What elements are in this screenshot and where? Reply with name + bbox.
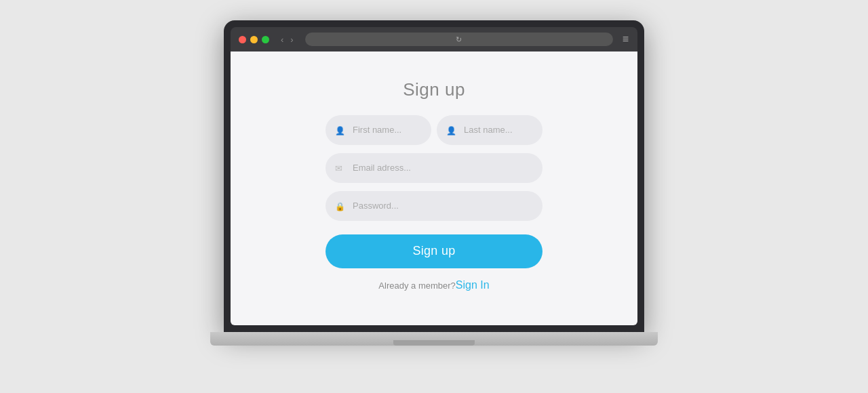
signup-form: Sign up xyxy=(326,66,542,312)
signin-prompt: Already a member?Sign In xyxy=(378,279,489,291)
last-name-input[interactable] xyxy=(437,115,542,145)
already-member-text: Already a member? xyxy=(378,281,455,291)
password-input[interactable] xyxy=(326,191,542,221)
close-button[interactable] xyxy=(239,36,246,43)
refresh-icon: ↻ xyxy=(456,35,462,44)
browser-chrome: ‹ › ↻ ≡ xyxy=(231,27,637,51)
laptop-container: ‹ › ↻ ≡ Sign up xyxy=(203,20,665,373)
signup-button[interactable]: Sign up xyxy=(326,234,542,268)
laptop-base xyxy=(210,332,658,346)
password-input-wrapper xyxy=(326,191,542,221)
first-name-wrapper xyxy=(326,115,431,145)
name-row xyxy=(326,115,542,145)
minimize-button[interactable] xyxy=(250,36,258,43)
signin-link[interactable]: Sign In xyxy=(456,279,490,291)
first-name-input[interactable] xyxy=(326,115,431,145)
laptop-screen: ‹ › ↻ ≡ Sign up xyxy=(224,20,644,332)
email-input-wrapper xyxy=(326,153,542,183)
forward-arrow-icon[interactable]: › xyxy=(288,33,295,46)
browser-content: Sign up xyxy=(231,51,637,325)
browser-menu-icon[interactable]: ≡ xyxy=(623,33,629,45)
email-wrapper xyxy=(326,153,542,183)
password-wrapper xyxy=(326,191,542,221)
email-input[interactable] xyxy=(326,153,542,183)
last-name-wrapper xyxy=(437,115,542,145)
back-arrow-icon[interactable]: ‹ xyxy=(279,33,285,46)
maximize-button[interactable] xyxy=(262,36,269,43)
address-bar[interactable]: ↻ xyxy=(305,33,613,46)
browser-nav: ‹ › xyxy=(279,33,296,46)
page-title: Sign up xyxy=(403,79,465,100)
